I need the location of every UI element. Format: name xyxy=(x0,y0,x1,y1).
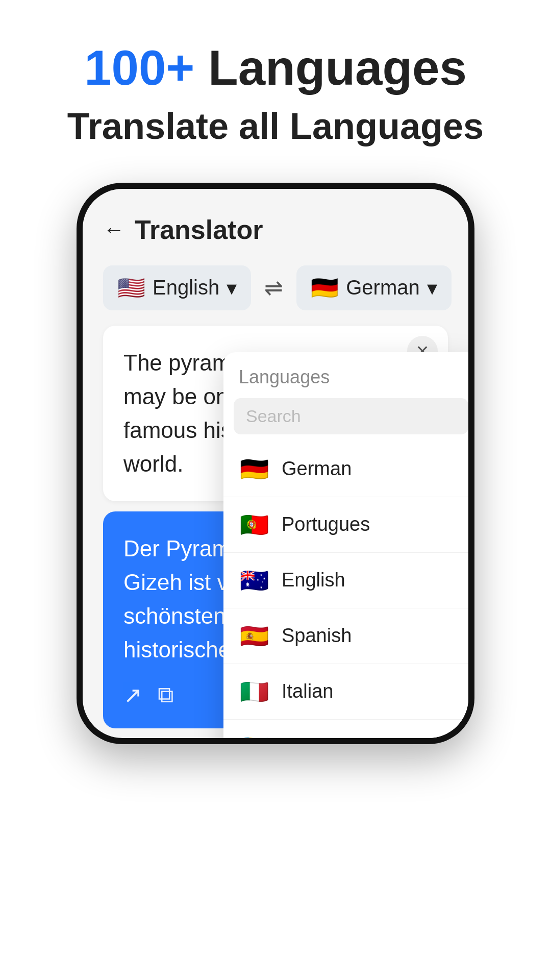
share-button[interactable]: ↗ xyxy=(123,682,142,708)
language-row: 🇺🇸 English ▾ ⇌ 🇩🇪 German ▾ xyxy=(103,265,448,310)
source-flag: 🇺🇸 xyxy=(117,275,145,301)
app-header: ← Translator xyxy=(103,214,448,245)
flag-icon: 🇸🇪 xyxy=(238,731,270,738)
hero-title-rest: Languages xyxy=(194,40,466,95)
phone-frame: ← Translator 🇺🇸 English ▾ ⇌ 🇩🇪 German ▾ xyxy=(77,183,474,744)
target-flag: 🇩🇪 xyxy=(311,275,339,301)
source-dropdown-icon: ▾ xyxy=(227,276,237,300)
panel-header: Languages xyxy=(223,352,468,393)
language-item[interactable]: 🇮🇹 Italian xyxy=(223,664,468,720)
language-name: Portugues xyxy=(282,513,370,535)
language-search[interactable]: Search xyxy=(234,398,468,434)
app-title: Translator xyxy=(135,214,263,245)
language-item[interactable]: 🇩🇪 German xyxy=(223,442,468,497)
language-item[interactable]: 🇵🇹 Portugues xyxy=(223,497,468,553)
flag-icon: 🇵🇹 xyxy=(238,508,270,541)
language-name: English xyxy=(282,569,345,591)
language-item[interactable]: 🇦🇺 English xyxy=(223,553,468,608)
language-panel: Languages Search 🇩🇪 German 🇵🇹 Portugues … xyxy=(223,352,468,738)
language-item[interactable]: 🇸🇪 Swedish xyxy=(223,720,468,738)
phone-screen: ← Translator 🇺🇸 English ▾ ⇌ 🇩🇪 German ▾ xyxy=(83,189,468,738)
phone-container: ← Translator 🇺🇸 English ▾ ⇌ 🇩🇪 German ▾ xyxy=(77,183,474,744)
hero-section: 100+ Languages Translate all Languages xyxy=(0,0,551,167)
flag-icon: 🇩🇪 xyxy=(238,453,270,485)
hero-highlight: 100+ xyxy=(84,40,194,95)
flag-icon: 🇮🇹 xyxy=(238,675,270,708)
language-name: Spanish xyxy=(282,625,352,647)
source-language-button[interactable]: 🇺🇸 English ▾ xyxy=(103,265,251,310)
language-item[interactable]: 🇪🇸 Spanish xyxy=(223,608,468,664)
target-lang-label: German xyxy=(346,276,420,299)
swap-button[interactable]: ⇌ xyxy=(259,270,288,306)
target-dropdown-icon: ▾ xyxy=(427,276,437,300)
target-language-button[interactable]: 🇩🇪 German ▾ xyxy=(296,265,452,310)
language-name: Italian xyxy=(282,680,333,702)
hero-title: 100+ Languages xyxy=(0,41,551,95)
language-list: 🇩🇪 German 🇵🇹 Portugues 🇦🇺 English 🇪🇸 Spa… xyxy=(223,442,468,738)
copy-button[interactable]: ⧉ xyxy=(158,682,173,708)
back-button[interactable]: ← xyxy=(103,217,124,242)
language-name: Swedish xyxy=(282,736,355,738)
language-name: German xyxy=(282,458,352,480)
flag-icon: 🇪🇸 xyxy=(238,620,270,652)
hero-subtitle: Translate all Languages xyxy=(0,105,551,147)
source-lang-label: English xyxy=(153,276,219,299)
flag-icon: 🇦🇺 xyxy=(238,564,270,597)
